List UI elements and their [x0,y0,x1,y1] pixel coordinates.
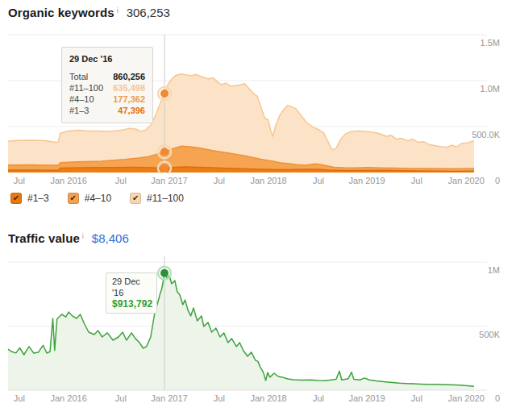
x-axis-label: Jul [14,393,25,403]
traffic-value-chart[interactable]: 1M500K0JulJan 2016JulJan 2017JulJan 2018… [0,254,516,415]
info-icon[interactable]: i [117,6,119,15]
traffic-value-header: Traffic value i $8,406 [8,231,129,245]
tooltip-row-label: #4–10 [69,94,94,105]
checkbox-icon[interactable]: ✔ [68,193,79,204]
x-axis-label: Jul [115,393,127,403]
x-axis-label: Jan 2020 [448,176,485,185]
traffic-value-plot[interactable] [0,254,516,391]
tooltip-traffic: 29 Dec '16 $913,792 [106,272,157,314]
y-axis-label: 500.0K [472,130,500,139]
y-axis-label: 500K [479,330,500,339]
legend-item-13[interactable]: ✔#1–3 [10,193,49,204]
tooltip-row-value: 635,498 [113,82,145,94]
tooltip-date: 29 Dec '16 [69,54,145,64]
x-axis-label: Jul [313,393,324,403]
legend-label: #4–10 [85,193,111,204]
legend-label: #11–100 [147,193,184,204]
tooltip-row: Total860,256 [69,71,145,82]
y-axis-label: 1.5M [481,38,500,48]
y-axis-label: 1.0M [481,84,500,94]
x-axis-label: Jan 2017 [151,393,187,403]
tooltip-row-value: 177,362 [113,94,145,105]
checkbox-icon[interactable]: ✔ [130,193,141,204]
marker-dot [160,148,169,156]
y-axis-label: 0 [495,393,500,403]
marker-dot [160,164,169,173]
marker-dot [160,269,169,277]
tooltip-row-label: Total [69,71,88,82]
x-axis-label: Jan 2016 [50,393,86,403]
x-axis-label: Jan 2016 [50,176,86,185]
tooltip-row-label: #11–100 [69,82,103,94]
legend-item-11100[interactable]: ✔#11–100 [130,193,184,204]
tooltip-organic: 29 Dec '16 Total860,256#11–100635,498#4–… [61,47,153,123]
tooltip-rows: Total860,256#11–100635,498#4–10177,362#1… [69,71,145,116]
legend-item-410[interactable]: ✔#4–10 [68,193,111,204]
tooltip-value: $913,792 [112,298,151,310]
x-axis-label: Jan 2019 [348,393,385,403]
x-axis-label: Jul [411,176,422,185]
x-axis-label: Jul [14,176,25,185]
x-axis-label: Jan 2020 [448,393,485,403]
organic-keywords-count: 306,253 [127,6,170,19]
organic-keywords-header: Organic keywords i 306,253 [8,6,170,19]
y-axis-label: 0 [495,176,500,185]
x-axis-label: Jan 2017 [151,176,187,185]
x-axis-label: Jan 2018 [250,176,286,185]
traffic-value-title: Traffic value [8,231,80,245]
traffic-value-area [8,273,474,390]
tooltip-row: #4–10177,362 [69,94,145,105]
y-axis-label: 1M [488,265,500,275]
tooltip-row-value: 860,256 [113,71,145,82]
x-axis-label: Jan 2018 [250,393,286,403]
tooltip-date: 29 Dec '16 [112,276,151,298]
x-axis-label: Jul [214,176,225,185]
info-icon[interactable]: i [82,232,84,240]
traffic-value-amount[interactable]: $8,406 [92,231,129,245]
organic-keywords-title: Organic keywords [8,6,114,19]
x-axis-label: Jul [214,393,225,403]
tooltip-row-label: #1–3 [69,105,89,116]
tooltip-row-value: 47,396 [118,105,145,116]
tooltip-row: #11–100635,498 [69,82,145,94]
ranking-legend: ✔#1–3✔#4–10✔#11–100 [10,193,184,204]
x-axis-label: Jul [411,393,422,403]
checkbox-icon[interactable]: ✔ [10,193,22,204]
x-axis-label: Jul [313,176,324,185]
x-axis-label: Jul [115,176,127,185]
marker-dot [160,89,169,98]
x-axis-label: Jan 2019 [348,176,385,185]
legend-label: #1–3 [27,193,49,204]
tooltip-row: #1–347,396 [69,105,145,116]
